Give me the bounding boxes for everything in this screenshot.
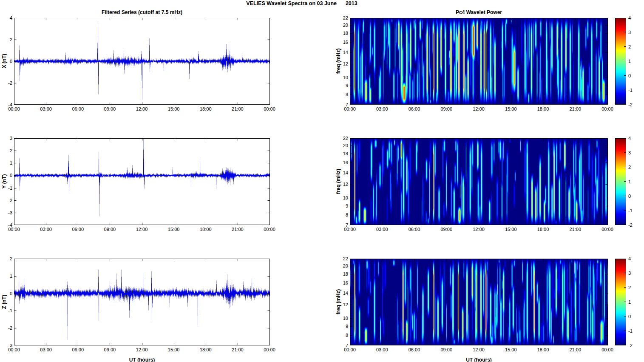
x-tick-label: 00:00 [8, 226, 20, 232]
x-tick-label: 06:00 [409, 226, 420, 232]
x-tick-label: 00:00 [601, 347, 613, 353]
colorbar-tick-label: 3 [628, 150, 631, 156]
x-axis-label: UT (hours) [14, 357, 270, 362]
colorbar-tick-label: -1 [628, 328, 633, 334]
colorbar-tick-label: 1 [628, 299, 631, 305]
x-tick-label: 03:00 [40, 106, 52, 112]
y-tick-label: 4 [0, 15, 12, 21]
colorbar-x [615, 18, 626, 105]
colorbar-tick-label: 0 [628, 314, 631, 319]
x-tick-label: 12:00 [473, 347, 485, 353]
colorbar-tick-label: 1 [628, 58, 631, 64]
x-tick-label: 15:00 [505, 226, 517, 232]
timeseries-y-plot [14, 138, 270, 225]
timeseries-z-plot [14, 259, 270, 345]
colorbar-tick-label: 4 [628, 135, 631, 141]
x-tick-label: 00:00 [264, 347, 275, 353]
x-tick-label: 09:00 [440, 106, 452, 112]
x-tick-label: 21:00 [232, 106, 244, 112]
x-tick-label: 06:00 [72, 106, 84, 112]
colorbar-tick-label: -1 [628, 208, 633, 214]
x-tick-label: 15:00 [505, 106, 517, 112]
y-axis-label: X (nT) [1, 27, 8, 95]
x-tick-label: 15:00 [168, 347, 180, 353]
x-tick-label: 00:00 [264, 226, 275, 232]
x-tick-label: 21:00 [569, 226, 581, 232]
x-tick-label: 18:00 [537, 106, 549, 112]
spectrogram-z-heatmap [350, 259, 608, 345]
y-axis-label: Z (nT) [1, 268, 8, 336]
colorbar-tick-label: 0 [628, 193, 631, 199]
colorbar-tick-label: 1 [628, 179, 631, 185]
colorbar-tick-label: -2 [628, 222, 633, 228]
x-tick-label: 09:00 [440, 347, 452, 353]
x-tick-label: 15:00 [168, 226, 180, 232]
y-tick-label: 2 [0, 256, 12, 262]
x-tick-label: 06:00 [72, 347, 84, 353]
wavelet-spectra-figure: VELIES Wavelet Spectra on 03 June 2013 F… [0, 0, 644, 362]
freq-axis-label: freq (mHz) [335, 148, 342, 216]
x-tick-label: 00:00 [601, 106, 613, 112]
x-tick-label: 09:00 [104, 347, 116, 353]
colorbar-tick-label: 2 [628, 285, 631, 291]
x-tick-label: 18:00 [537, 347, 549, 353]
colorbar-z [615, 259, 626, 345]
colorbar-tick-label: -1 [628, 87, 633, 93]
colorbar-tick-label: 4 [628, 256, 631, 262]
freq-tick-label: 22 [330, 15, 348, 21]
colorbar-tick-label: -2 [628, 342, 633, 348]
colorbar-tick-label: 2 [628, 44, 631, 50]
colorbar-tick-label: 2 [628, 164, 631, 170]
x-axis-label: UT (hours) [350, 357, 608, 362]
colorbar-y [615, 138, 626, 225]
x-tick-label: 06:00 [409, 347, 420, 353]
y-tick-label: 3 [0, 135, 12, 141]
x-tick-label: 09:00 [440, 226, 452, 232]
x-tick-label: 00:00 [8, 106, 20, 112]
x-tick-label: 09:00 [104, 106, 116, 112]
x-tick-label: 15:00 [168, 106, 180, 112]
x-tick-label: 00:00 [344, 226, 356, 232]
x-tick-label: 21:00 [569, 106, 581, 112]
x-tick-label: 18:00 [200, 226, 212, 232]
x-tick-label: 00:00 [344, 347, 356, 353]
x-tick-label: 12:00 [136, 347, 148, 353]
x-tick-label: 18:00 [200, 106, 212, 112]
spectrogram-x-heatmap [350, 18, 608, 105]
spectrogram-y-heatmap [350, 138, 608, 225]
x-tick-label: 00:00 [264, 106, 275, 112]
x-tick-label: 18:00 [200, 347, 212, 353]
colorbar-tick-label: 0 [628, 73, 631, 79]
freq-tick-label: 22 [330, 256, 348, 262]
x-tick-label: 12:00 [473, 106, 485, 112]
colorbar-tick-label: 3 [628, 29, 631, 35]
x-tick-label: 12:00 [473, 226, 485, 232]
x-tick-label: 00:00 [8, 347, 20, 353]
x-tick-label: 03:00 [376, 106, 388, 112]
colorbar-tick-label: 4 [628, 15, 631, 21]
x-tick-label: 12:00 [136, 106, 148, 112]
freq-tick-label: 22 [330, 135, 348, 141]
x-tick-label: 00:00 [601, 226, 613, 232]
x-tick-label: 03:00 [40, 226, 52, 232]
x-tick-label: 03:00 [376, 347, 388, 353]
x-tick-label: 09:00 [104, 226, 116, 232]
colorbar-tick-label: 3 [628, 270, 631, 276]
timeseries-x-plot [14, 18, 270, 105]
x-tick-label: 21:00 [232, 226, 244, 232]
x-tick-label: 18:00 [537, 226, 549, 232]
x-tick-label: 21:00 [569, 347, 581, 353]
freq-axis-label: freq (mHz) [335, 268, 342, 336]
y-axis-label: Y (nT) [1, 148, 8, 216]
pc4-wavelet-power-title: Pc4 Wavelet Power [350, 9, 608, 15]
filtered-series-title: Filtered Series (cutoff at 7.5 mHz) [14, 9, 270, 15]
x-tick-label: 12:00 [136, 226, 148, 232]
x-tick-label: 06:00 [72, 226, 84, 232]
x-tick-label: 06:00 [409, 106, 420, 112]
x-tick-label: 15:00 [505, 347, 517, 353]
colorbar-tick-label: -2 [628, 102, 633, 108]
x-tick-label: 03:00 [40, 347, 52, 353]
figure-suptitle: VELIES Wavelet Spectra on 03 June 2013 [0, 0, 604, 6]
x-tick-label: 00:00 [344, 106, 356, 112]
x-tick-label: 03:00 [376, 226, 388, 232]
